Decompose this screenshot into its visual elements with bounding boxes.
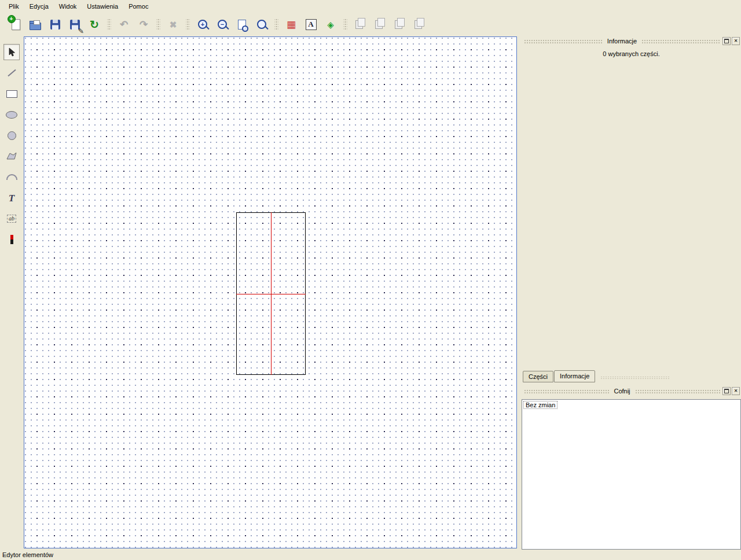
terminal-icon (10, 235, 13, 244)
floppy-disk-icon (50, 20, 60, 30)
undo-history-list[interactable]: Bez zmian (522, 399, 741, 550)
magnifier-icon (257, 20, 266, 29)
polygon-tool-button[interactable] (3, 148, 20, 164)
line-icon (8, 69, 16, 76)
undo-history-item[interactable]: Bez zmian (523, 401, 557, 409)
zoom-fit-button[interactable] (233, 16, 251, 33)
arc-icon (6, 174, 17, 180)
copy-tool-button-1[interactable] (351, 16, 369, 33)
undo-arrow-icon: ↶ (120, 20, 128, 30)
tabbar-texture (600, 376, 670, 380)
menu-plik[interactable]: Plik (3, 1, 24, 12)
copy-tool-button-3[interactable] (391, 16, 408, 33)
line-tool-button[interactable] (3, 65, 20, 81)
edit-hotspot-button[interactable]: ◈ (322, 16, 339, 33)
menu-widok[interactable]: Widok (54, 1, 82, 12)
delete-cross-icon: ✖ (170, 20, 177, 29)
titlebar-texture (641, 39, 720, 43)
element-editor-window: Plik Edycja Widok Ustawienia Pomoc + ✎ ↻… (0, 0, 741, 560)
status-text: Edytor elementów (2, 551, 53, 558)
tab-informacje[interactable]: Informacje (554, 370, 595, 382)
copy-tool-button-4[interactable] (410, 16, 428, 33)
select-tool-button[interactable] (3, 44, 20, 60)
circle-icon (8, 131, 16, 140)
close-dock-button[interactable]: ✕ (732, 387, 740, 395)
informacje-dock-title: Informacje (605, 38, 639, 45)
titlebar-texture (524, 389, 609, 393)
informacje-dock-titlebar[interactable]: Informacje ✕ (522, 36, 741, 46)
menu-pomoc[interactable]: Pomoc (123, 1, 153, 12)
toolbar-separator (186, 18, 190, 31)
cursor-arrow-icon (8, 47, 16, 57)
overlapping-pages-icon (395, 20, 402, 29)
text-tool-button[interactable]: T (3, 190, 20, 206)
menu-bar: Plik Edycja Widok Ustawienia Pomoc (0, 0, 741, 13)
arc-tool-button[interactable] (3, 169, 20, 185)
edit-texts-button[interactable]: A (302, 16, 320, 33)
textfield-tool-button[interactable]: ab (3, 211, 20, 227)
editor-canvas[interactable] (24, 36, 517, 548)
selection-info-text: 0 wybranych części. (522, 46, 741, 57)
element-horizontal-axis-line[interactable] (236, 294, 306, 294)
page-magnifier-icon (238, 20, 246, 30)
polygon-icon (6, 152, 17, 160)
magnifier-plus-icon: + (198, 20, 207, 29)
save-as-button[interactable]: ✎ (66, 16, 83, 33)
rectangle-tool-button[interactable] (3, 86, 20, 102)
terminal-tool-button[interactable] (3, 231, 20, 248)
drawing-tools-toolbar: T ab (0, 36, 23, 550)
green-diamond-icon: ◈ (327, 20, 334, 29)
status-bar: Edytor elementów (0, 550, 741, 560)
zoom-in-button[interactable]: + (194, 16, 211, 33)
redo-button[interactable]: ↷ (135, 16, 152, 33)
cofnij-dock-titlebar[interactable]: Cofnij ✕ (522, 386, 741, 396)
toolbar-separator (156, 18, 160, 31)
textfield-ab-icon: ab (7, 215, 16, 223)
cofnij-dock: Cofnij ✕ Bez zmian (522, 386, 741, 550)
rectangle-icon (6, 90, 17, 98)
informacje-dock: Informacje ✕ 0 wybranych części. Części … (522, 36, 741, 382)
right-dock-area: Informacje ✕ 0 wybranych części. Części … (522, 36, 741, 550)
open-button[interactable] (27, 16, 44, 33)
overlapping-pages-icon (375, 20, 383, 29)
ellipse-tool-button[interactable] (3, 106, 20, 123)
dock-tab-bar: Części Informacje (523, 370, 741, 382)
pencil-icon: ✎ (78, 28, 84, 35)
grid-icon: ▦ (287, 20, 296, 30)
toolbar-separator (274, 18, 278, 31)
close-dock-button[interactable]: ✕ (732, 37, 740, 45)
cofnij-dock-title: Cofnij (611, 388, 632, 395)
new-element-button[interactable]: + (7, 16, 24, 33)
reload-button[interactable]: ↻ (86, 16, 103, 33)
float-dock-button[interactable] (722, 37, 731, 45)
restore-window-icon (724, 39, 729, 43)
restore-window-icon (724, 389, 729, 393)
overlapping-pages-icon (414, 20, 422, 29)
main-toolbar: + ✎ ↻ ↶ ↷ ✖ + − (0, 13, 741, 36)
redo-arrow-icon: ↷ (140, 20, 148, 30)
folder-open-icon (30, 23, 41, 30)
new-document-icon: + (12, 19, 20, 30)
save-button[interactable] (46, 16, 64, 33)
text-t-icon: T (9, 193, 14, 203)
titlebar-texture (524, 39, 603, 43)
overlapping-pages-icon (355, 20, 363, 29)
delete-button[interactable]: ✖ (164, 16, 182, 33)
magnifier-minus-icon: − (218, 20, 227, 29)
menu-ustawienia[interactable]: Ustawienia (82, 1, 123, 12)
zoom-out-button[interactable]: − (214, 16, 231, 33)
menu-edycja[interactable]: Edycja (24, 1, 54, 12)
undo-button[interactable]: ↶ (115, 16, 133, 33)
copy-tool-button-2[interactable] (371, 16, 388, 33)
plus-badge-icon: + (8, 15, 16, 23)
float-dock-button[interactable] (722, 387, 731, 395)
grid-button[interactable]: ▦ (283, 16, 300, 33)
ellipse-icon (6, 111, 17, 119)
reload-icon: ↻ (90, 19, 99, 30)
circle-tool-button[interactable] (3, 127, 20, 143)
toolbar-separator (107, 18, 111, 31)
tab-czesci[interactable]: Części (523, 371, 553, 382)
zoom-selection-button[interactable] (253, 16, 270, 33)
toolbar-separator (343, 18, 347, 31)
letter-a-icon: A (306, 19, 317, 30)
